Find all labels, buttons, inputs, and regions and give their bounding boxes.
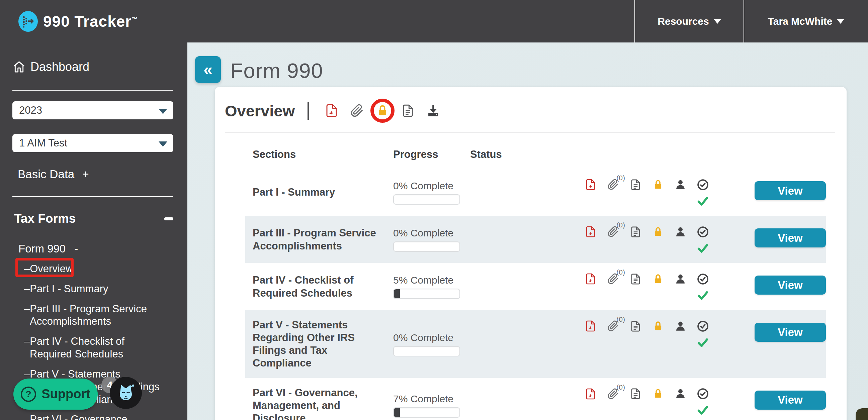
progress-bar [393,289,460,299]
row-progress-label: 0% Complete [393,227,470,239]
resources-menu-label: Resources [657,16,709,27]
column-header-status: Status [470,149,537,161]
lock-icon[interactable] [651,272,664,286]
chat-bot-avatar[interactable] [110,377,142,409]
paperclip-icon[interactable]: (0) [606,225,620,238]
user-menu[interactable]: Tara McWhite [744,0,868,42]
overview-toolbar [314,103,441,118]
lock-icon[interactable] [651,319,664,333]
document-icon[interactable] [629,225,642,238]
check-circle-icon[interactable] [696,272,709,286]
view-button[interactable]: View [754,276,826,295]
download-icon[interactable] [426,103,441,118]
table-body: Part I - Summary 0% Complete (0) [245,168,826,420]
document-icon[interactable] [629,319,642,333]
resources-menu[interactable]: Resources [634,0,744,42]
row-action-icons: (0) [537,271,709,302]
view-button[interactable]: View [754,391,826,410]
dashboard-label: Dashboard [30,60,89,74]
view-button[interactable]: View [754,323,826,342]
view-button[interactable]: View [754,228,826,248]
document-icon[interactable] [629,178,642,191]
tax-forms-collapse-toggle[interactable] [164,217,173,220]
document-icon[interactable] [400,103,415,118]
sidebar-nav-item-label: –Overview [24,263,73,274]
column-header-progress: Progress [393,149,470,161]
paperclip-icon[interactable]: (0) [606,387,620,400]
table-row: Part V - Statements Regarding Other IRS … [245,310,826,378]
sidebar-nav-item-label: –Part I - Summary [24,283,108,295]
pdf-icon[interactable] [584,387,597,400]
pdf-icon[interactable] [584,272,597,286]
check-circle-icon[interactable] [696,225,709,238]
sidebar-item-dashboard[interactable]: Dashboard [12,60,173,74]
chevron-down-icon [837,19,844,24]
table-header-row: Sections Progress Status [245,133,826,168]
progress-fill [394,289,400,298]
sidebar-collapse-button[interactable]: « [195,56,221,83]
row-attachment-count: (0) [616,315,625,323]
lock-icon[interactable] [651,225,664,238]
check-circle-icon[interactable] [696,178,709,191]
chevron-down-icon [159,109,167,114]
brand-logo[interactable]: 990 Tracker™ [19,11,138,32]
sidebar-item-form990[interactable]: Form 990 - [19,243,173,255]
basic-data-expand-toggle[interactable]: + [82,168,89,181]
lock-icon[interactable] [651,387,664,400]
sidebar-nav-item[interactable]: –Part IV - Checklist of Required Schedul… [24,335,168,360]
table-row: Part I - Summary 0% Complete (0) [245,168,826,216]
user-icon[interactable] [674,319,687,333]
row-action-icons: (0) [537,387,709,420]
row-progress-label: 5% Complete [393,274,470,286]
row-section-name: Part V - Statements Regarding Other IRS … [253,319,393,370]
document-icon[interactable] [629,387,642,400]
status-check-stack [696,272,709,302]
check-circle-icon[interactable] [696,319,709,333]
row-action-icons: (0) [537,224,709,255]
tax-forms-heading: Tax Forms [14,212,75,226]
user-icon[interactable] [674,272,687,286]
sidebar-nav-item-label: –Part VI - Governance, Management, and D… [24,413,165,420]
entity-select[interactable]: 1 AIM Test [12,134,173,152]
row-action-icons: (0) [537,177,709,208]
form990-collapse-indicator: - [74,243,78,255]
paperclip-icon[interactable]: (0) [606,272,620,286]
sidebar-nav-item[interactable]: –Part III - Program Service Accomplishme… [24,303,168,328]
sidebar-divider [12,90,173,91]
status-check-stack [696,225,709,255]
check-circle-icon[interactable] [696,387,709,400]
row-attachment-count: (0) [616,268,625,276]
user-icon[interactable] [674,178,687,191]
year-select[interactable]: 2023 [12,101,173,119]
support-button[interactable]: ? Support [13,379,98,410]
status-check-stack [696,178,709,208]
page-title: Form 990 [230,59,323,83]
column-header-sections: Sections [253,149,393,161]
row-action-icons: (0) [537,319,709,370]
chevron-down-icon [714,19,721,24]
corner-widget-fragment [856,408,868,420]
progress-bar [393,407,460,418]
view-button[interactable]: View [754,181,826,200]
sidebar-nav-item[interactable]: –Part I - Summary [24,283,168,295]
document-icon[interactable] [629,272,642,286]
table-row: Part IV - Checklist of Required Schedule… [245,263,826,310]
lock-icon[interactable] [375,103,390,118]
paperclip-icon[interactable]: (0) [606,319,620,333]
entity-select-value: 1 AIM Test [19,137,67,149]
paperclip-icon[interactable]: (0) [606,178,620,191]
sidebar-nav-item[interactable]: –Overview [24,262,168,275]
sidebar-nav-item[interactable]: –Part VI - Governance, Management, and D… [24,413,168,420]
pdf-icon[interactable] [324,103,339,118]
user-icon[interactable] [674,225,687,238]
card-title: Overview [225,102,295,120]
pdf-icon[interactable] [584,319,597,333]
user-icon[interactable] [674,387,687,400]
pdf-icon[interactable] [584,225,597,238]
row-section-name: Part I - Summary [253,186,393,199]
chevron-down-icon [159,141,167,147]
paperclip-icon[interactable] [349,103,365,118]
pdf-icon[interactable] [584,178,597,191]
row-progress: 0% Complete [393,227,470,252]
lock-icon[interactable] [651,178,664,191]
